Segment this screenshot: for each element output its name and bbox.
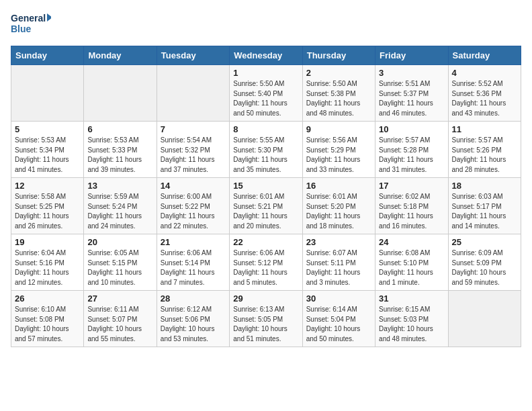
calendar-week-2: 5Sunrise: 5:53 AM Sunset: 5:34 PM Daylig… — [11, 122, 521, 178]
day-info: Sunrise: 6:06 AM Sunset: 5:14 PM Dayligh… — [161, 248, 226, 287]
day-info: Sunrise: 6:15 AM Sunset: 5:03 PM Dayligh… — [379, 305, 444, 344]
calendar-cell: 4Sunrise: 5:52 AM Sunset: 5:36 PM Daylig… — [448, 65, 521, 122]
weekday-header-saturday: Saturday — [448, 46, 521, 65]
calendar-cell: 10Sunrise: 5:57 AM Sunset: 5:28 PM Dayli… — [375, 122, 448, 178]
day-number: 10 — [379, 124, 444, 134]
day-number: 29 — [233, 293, 298, 304]
svg-marker-2 — [47, 13, 51, 21]
day-number: 14 — [161, 181, 226, 191]
day-info: Sunrise: 6:11 AM Sunset: 5:07 PM Dayligh… — [87, 305, 152, 344]
day-number: 13 — [87, 181, 152, 191]
calendar-cell: 21Sunrise: 6:06 AM Sunset: 5:14 PM Dayli… — [157, 234, 229, 291]
day-info: Sunrise: 5:56 AM Sunset: 5:29 PM Dayligh… — [306, 136, 371, 175]
calendar-cell: 7Sunrise: 5:54 AM Sunset: 5:32 PM Daylig… — [157, 122, 229, 178]
day-info: Sunrise: 5:53 AM Sunset: 5:34 PM Dayligh… — [15, 136, 80, 175]
calendar-cell: 12Sunrise: 5:58 AM Sunset: 5:25 PM Dayli… — [11, 178, 84, 234]
day-info: Sunrise: 5:53 AM Sunset: 5:33 PM Dayligh… — [87, 136, 152, 175]
calendar-cell: 18Sunrise: 6:03 AM Sunset: 5:17 PM Dayli… — [448, 178, 521, 234]
day-number: 24 — [379, 237, 444, 247]
day-info: Sunrise: 5:54 AM Sunset: 5:32 PM Dayligh… — [161, 136, 226, 175]
svg-text:Blue: Blue — [11, 24, 32, 34]
calendar-cell: 13Sunrise: 5:59 AM Sunset: 5:24 PM Dayli… — [84, 178, 157, 234]
page-header: General Blue — [11, 11, 521, 38]
calendar-cell: 22Sunrise: 6:06 AM Sunset: 5:12 PM Dayli… — [230, 234, 302, 291]
calendar-cell: 27Sunrise: 6:11 AM Sunset: 5:07 PM Dayli… — [84, 291, 157, 347]
day-info: Sunrise: 5:58 AM Sunset: 5:25 PM Dayligh… — [15, 192, 80, 231]
calendar-cell: 11Sunrise: 5:57 AM Sunset: 5:26 PM Dayli… — [448, 122, 521, 178]
calendar-cell — [11, 65, 84, 122]
day-info: Sunrise: 6:05 AM Sunset: 5:15 PM Dayligh… — [87, 248, 152, 287]
calendar-cell: 31Sunrise: 6:15 AM Sunset: 5:03 PM Dayli… — [375, 291, 448, 347]
day-info: Sunrise: 6:04 AM Sunset: 5:16 PM Dayligh… — [15, 248, 80, 287]
calendar-cell: 3Sunrise: 5:51 AM Sunset: 5:37 PM Daylig… — [375, 65, 448, 122]
day-number: 30 — [306, 293, 371, 304]
calendar-cell: 6Sunrise: 5:53 AM Sunset: 5:33 PM Daylig… — [84, 122, 157, 178]
weekday-header-sunday: Sunday — [11, 46, 84, 65]
calendar-cell: 8Sunrise: 5:55 AM Sunset: 5:30 PM Daylig… — [230, 122, 302, 178]
day-info: Sunrise: 5:59 AM Sunset: 5:24 PM Dayligh… — [87, 192, 152, 231]
weekday-header-friday: Friday — [375, 46, 448, 65]
calendar-cell: 19Sunrise: 6:04 AM Sunset: 5:16 PM Dayli… — [11, 234, 84, 291]
calendar-cell: 5Sunrise: 5:53 AM Sunset: 5:34 PM Daylig… — [11, 122, 84, 178]
calendar-cell: 24Sunrise: 6:08 AM Sunset: 5:10 PM Dayli… — [375, 234, 448, 291]
day-info: Sunrise: 5:50 AM Sunset: 5:38 PM Dayligh… — [306, 79, 371, 118]
day-number: 6 — [87, 124, 152, 134]
calendar-cell: 26Sunrise: 6:10 AM Sunset: 5:08 PM Dayli… — [11, 291, 84, 347]
calendar-cell: 2Sunrise: 5:50 AM Sunset: 5:38 PM Daylig… — [302, 65, 375, 122]
logo: General Blue — [11, 11, 51, 38]
day-info: Sunrise: 6:01 AM Sunset: 5:20 PM Dayligh… — [306, 192, 371, 231]
calendar-week-1: 1Sunrise: 5:50 AM Sunset: 5:40 PM Daylig… — [11, 65, 521, 122]
day-number: 8 — [233, 124, 298, 134]
weekday-header-wednesday: Wednesday — [230, 46, 302, 65]
day-number: 11 — [452, 124, 517, 134]
day-number: 5 — [15, 124, 80, 134]
day-number: 21 — [161, 237, 226, 247]
weekday-header-thursday: Thursday — [302, 46, 375, 65]
day-number: 7 — [161, 124, 226, 134]
calendar-cell — [84, 65, 157, 122]
calendar-cell: 14Sunrise: 6:00 AM Sunset: 5:22 PM Dayli… — [157, 178, 229, 234]
day-number: 16 — [306, 181, 371, 191]
calendar-cell — [448, 291, 521, 347]
calendar-week-3: 12Sunrise: 5:58 AM Sunset: 5:25 PM Dayli… — [11, 178, 521, 234]
day-number: 22 — [233, 237, 298, 247]
day-number: 2 — [306, 68, 371, 78]
day-number: 26 — [15, 293, 80, 304]
day-number: 19 — [15, 237, 80, 247]
calendar-cell: 20Sunrise: 6:05 AM Sunset: 5:15 PM Dayli… — [84, 234, 157, 291]
day-number: 31 — [379, 293, 444, 304]
svg-text:General: General — [11, 13, 46, 24]
day-info: Sunrise: 6:09 AM Sunset: 5:09 PM Dayligh… — [452, 248, 517, 287]
calendar-cell — [157, 65, 229, 122]
day-info: Sunrise: 6:01 AM Sunset: 5:21 PM Dayligh… — [233, 192, 298, 231]
calendar-cell: 17Sunrise: 6:02 AM Sunset: 5:18 PM Dayli… — [375, 178, 448, 234]
calendar-cell: 1Sunrise: 5:50 AM Sunset: 5:40 PM Daylig… — [230, 65, 302, 122]
day-number: 18 — [452, 181, 517, 191]
calendar-cell: 28Sunrise: 6:12 AM Sunset: 5:06 PM Dayli… — [157, 291, 229, 347]
day-number: 12 — [15, 181, 80, 191]
weekday-header-row: SundayMondayTuesdayWednesdayThursdayFrid… — [11, 46, 521, 65]
day-number: 3 — [379, 68, 444, 78]
day-info: Sunrise: 5:52 AM Sunset: 5:36 PM Dayligh… — [452, 79, 517, 118]
day-number: 4 — [452, 68, 517, 78]
day-info: Sunrise: 6:08 AM Sunset: 5:10 PM Dayligh… — [379, 248, 444, 287]
day-info: Sunrise: 5:50 AM Sunset: 5:40 PM Dayligh… — [233, 79, 298, 118]
day-number: 17 — [379, 181, 444, 191]
day-info: Sunrise: 6:02 AM Sunset: 5:18 PM Dayligh… — [379, 192, 444, 231]
day-info: Sunrise: 5:55 AM Sunset: 5:30 PM Dayligh… — [233, 136, 298, 175]
day-info: Sunrise: 5:51 AM Sunset: 5:37 PM Dayligh… — [379, 79, 444, 118]
day-number: 9 — [306, 124, 371, 134]
day-info: Sunrise: 6:14 AM Sunset: 5:04 PM Dayligh… — [306, 305, 371, 344]
calendar-cell: 15Sunrise: 6:01 AM Sunset: 5:21 PM Dayli… — [230, 178, 302, 234]
calendar-week-5: 26Sunrise: 6:10 AM Sunset: 5:08 PM Dayli… — [11, 291, 521, 347]
calendar-table: SundayMondayTuesdayWednesdayThursdayFrid… — [11, 46, 521, 347]
day-number: 27 — [87, 293, 152, 304]
calendar-week-4: 19Sunrise: 6:04 AM Sunset: 5:16 PM Dayli… — [11, 234, 521, 291]
day-info: Sunrise: 6:06 AM Sunset: 5:12 PM Dayligh… — [233, 248, 298, 287]
day-info: Sunrise: 6:07 AM Sunset: 5:11 PM Dayligh… — [306, 248, 371, 287]
day-info: Sunrise: 6:03 AM Sunset: 5:17 PM Dayligh… — [452, 192, 517, 231]
weekday-header-tuesday: Tuesday — [157, 46, 229, 65]
calendar-cell: 9Sunrise: 5:56 AM Sunset: 5:29 PM Daylig… — [302, 122, 375, 178]
day-info: Sunrise: 5:57 AM Sunset: 5:28 PM Dayligh… — [379, 136, 444, 175]
day-number: 23 — [306, 237, 371, 247]
